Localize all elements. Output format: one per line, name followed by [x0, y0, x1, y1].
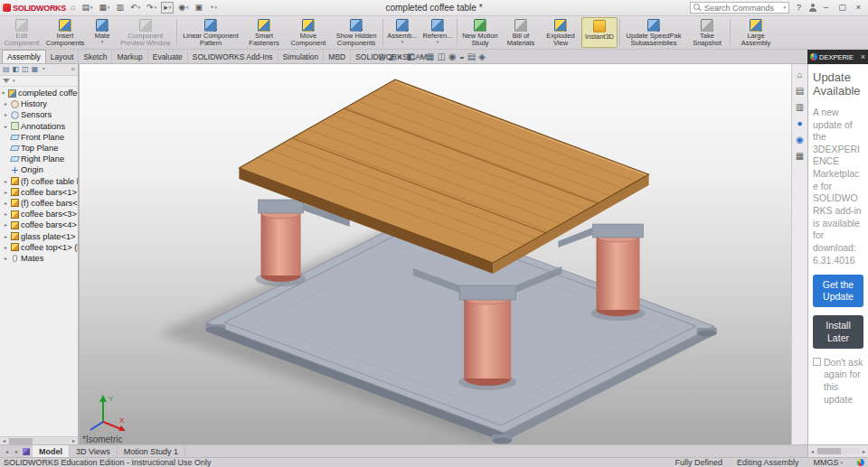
- tree-item-front-plane[interactable]: Front Plane: [0, 132, 78, 143]
- dimxpert-manager-icon[interactable]: ▦: [32, 66, 39, 73]
- tab-markup[interactable]: Markup: [112, 50, 147, 63]
- large-assembly-settings-button[interactable]: Large Assembly Settings: [732, 17, 779, 48]
- home-icon[interactable]: ⌂: [69, 3, 77, 13]
- undo-icon[interactable]: ↶▾: [128, 3, 142, 13]
- marketplace-icon[interactable]: ◉: [796, 135, 804, 145]
- update-speedpak-button[interactable]: Update SpeedPak Subassemblies: [622, 17, 685, 48]
- panel-scroll-thumb[interactable]: [817, 448, 841, 454]
- display-manager-icon[interactable]: ◔: [41, 66, 45, 73]
- print-icon[interactable]: ▥: [115, 3, 127, 13]
- 3dexperience-status-icon[interactable]: [857, 459, 864, 466]
- minimize-button[interactable]: –: [819, 1, 833, 14]
- apply-scene-icon[interactable]: ▤: [467, 52, 476, 61]
- hide-show-items-icon[interactable]: ◉: [448, 52, 457, 61]
- linear-component-pattern-button[interactable]: Linear Component Pattern: [179, 17, 242, 48]
- new-motion-study-button[interactable]: New Motion Study: [459, 17, 501, 48]
- search-input[interactable]: [704, 4, 780, 13]
- help-button[interactable]: ?: [792, 1, 806, 14]
- 3dswym-icon[interactable]: ●: [797, 119, 802, 128]
- view-orientation-icon[interactable]: ▦: [426, 52, 434, 61]
- section-view-icon[interactable]: ◧: [406, 52, 414, 61]
- scroll-thumb[interactable]: [9, 438, 33, 444]
- tab-mbd[interactable]: MBD: [324, 50, 351, 63]
- tree-item-coffee-table-base[interactable]: ▸(f) coffee table b: [0, 176, 78, 187]
- dashboard-icon[interactable]: ▤: [796, 87, 804, 96]
- dynamic-annotation-icon[interactable]: ◔: [418, 52, 423, 61]
- command-search[interactable]: ▾: [690, 2, 789, 14]
- panel-scroll-right-icon[interactable]: ▸: [860, 449, 868, 454]
- reference-geometry-button[interactable]: Referen...▾: [420, 17, 455, 48]
- tree-item-mates[interactable]: ▸Mates: [0, 253, 78, 264]
- tab-3d-views[interactable]: 3D Views: [70, 445, 118, 457]
- units-selector[interactable]: MMGS ▾: [813, 458, 843, 467]
- tree-item-coffee-bars-4[interactable]: ▸coffee bars<4> (: [0, 219, 78, 230]
- panel-horizontal-scrollbar[interactable]: ◂ ▸: [807, 445, 868, 457]
- component-preview-window-button[interactable]: Component Preview Window: [117, 17, 175, 48]
- move-component-button[interactable]: Move Component: [286, 17, 331, 48]
- bill-of-materials-button[interactable]: Bill of Materials: [502, 17, 540, 48]
- filter-caret[interactable]: ▾: [13, 79, 15, 83]
- featuremanager-tree-icon[interactable]: ▤: [3, 66, 10, 73]
- file-properties-icon[interactable]: ▣: [193, 3, 205, 13]
- view-settings-icon[interactable]: ◈: [478, 52, 486, 61]
- mate-button[interactable]: Mate▾: [89, 17, 116, 48]
- scroll-left-icon[interactable]: ◂: [0, 438, 8, 444]
- insert-components-button[interactable]: Insert Components: [42, 17, 88, 48]
- close-button[interactable]: ×: [852, 1, 865, 14]
- tab-evaluate[interactable]: Evaluate: [148, 50, 188, 63]
- tree-item-coffee-bars-3[interactable]: ▸coffee bars<3> (: [0, 209, 78, 219]
- display-style-icon[interactable]: ◫: [437, 52, 445, 61]
- tree-item-origin[interactable]: Origin: [0, 164, 78, 175]
- tree-item-coffee-top[interactable]: ▸coffee top<1> (l: [0, 242, 78, 253]
- tab-assembly[interactable]: Assembly: [2, 50, 46, 63]
- expand-panel-icon[interactable]: »: [71, 66, 75, 73]
- dont-ask-again-checkbox[interactable]: [813, 358, 821, 366]
- tree-item-coffee-bars-1[interactable]: ▸coffee bars<1> (: [0, 187, 78, 198]
- redo-icon[interactable]: ↷▾: [145, 3, 158, 13]
- tab-sketch[interactable]: Sketch: [79, 50, 112, 63]
- user-account-icon[interactable]: [808, 4, 816, 12]
- tab-scroll-left-icon[interactable]: ◂: [3, 449, 11, 454]
- tab-scroll-right-icon[interactable]: ▸: [13, 449, 21, 454]
- tree-item-sensors[interactable]: ▸Sensors: [0, 109, 78, 120]
- tab-model[interactable]: Model: [33, 445, 70, 457]
- rebuild-icon[interactable]: ◉▾: [176, 3, 190, 13]
- instant3d-button[interactable]: Instant3D: [581, 17, 618, 48]
- exploded-view-button[interactable]: Exploded View: [541, 17, 580, 48]
- edit-appearance-icon[interactable]: ◒: [459, 52, 465, 61]
- show-hidden-components-button[interactable]: Show Hidden Components: [332, 17, 381, 48]
- assembly-features-button[interactable]: Assemb...▾: [385, 17, 420, 48]
- edit-component-button[interactable]: Edit Component: [2, 17, 42, 48]
- options-icon[interactable]: ◔▾: [207, 3, 219, 13]
- zoom-area-icon[interactable]: ◭: [389, 52, 396, 61]
- open-icon[interactable]: ▤▾: [80, 3, 94, 13]
- drive-icon[interactable]: ▦: [796, 152, 804, 161]
- filter-icon[interactable]: [3, 79, 10, 83]
- panel-close-icon[interactable]: ×: [861, 52, 865, 61]
- tree-item-right-plane[interactable]: Right Plane: [0, 154, 78, 164]
- configuration-manager-icon[interactable]: ◫: [22, 66, 29, 73]
- document-icon[interactable]: ▥: [796, 103, 804, 112]
- tab-motion-study-1[interactable]: Motion Study 1: [118, 445, 185, 457]
- install-later-button[interactable]: Install Later: [813, 315, 863, 348]
- tree-horizontal-scrollbar[interactable]: ◂ ▸: [0, 436, 78, 444]
- home-icon[interactable]: ⌂: [797, 70, 802, 79]
- tree-item-root-assembly[interactable]: ▾completed coffee ta: [0, 88, 78, 98]
- tab-solidworks-add-ins[interactable]: SOLIDWORKS Add-Ins: [188, 50, 278, 63]
- select-icon[interactable]: ▸▾: [161, 2, 174, 14]
- tree-item-top-plane[interactable]: Top Plane: [0, 143, 78, 154]
- previous-view-icon[interactable]: ◐: [398, 52, 403, 61]
- scroll-right-icon[interactable]: ▸: [70, 438, 78, 444]
- tab-layout[interactable]: Layout: [46, 50, 80, 63]
- zoom-fit-icon[interactable]: ◎: [378, 52, 386, 61]
- tree-item-history[interactable]: ▸History: [0, 98, 78, 109]
- save-icon[interactable]: ▦▾: [97, 3, 111, 13]
- get-update-button[interactable]: Get the Update: [813, 275, 863, 307]
- property-manager-icon[interactable]: ◧: [13, 66, 20, 73]
- take-snapshot-button[interactable]: Take Snapshot: [686, 17, 728, 48]
- panel-scroll-left-icon[interactable]: ◂: [808, 449, 816, 454]
- tree-item-annotations[interactable]: ▸Annotations: [0, 121, 78, 132]
- smart-fasteners-button[interactable]: Smart Fasteners: [243, 17, 285, 48]
- maximize-button[interactable]: ▢: [835, 1, 849, 14]
- tree-item-glass-plate[interactable]: ▸glass plate<1> (: [0, 230, 78, 241]
